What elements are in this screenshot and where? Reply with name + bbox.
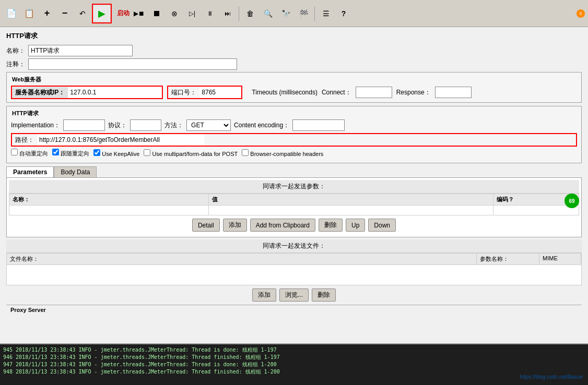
up-button[interactable]: Up	[346, 219, 365, 232]
files-header: 同请求一起发送文件：	[6, 239, 582, 253]
files-cols-header: 文件名称： 参数名称： MIME	[6, 253, 582, 264]
comment-label: 注释：	[6, 60, 25, 69]
encoding-input[interactable]	[292, 119, 345, 131]
col-value-header: 值	[208, 194, 493, 206]
step-button[interactable]: ▷|	[184, 5, 201, 22]
path-label: 路径：	[12, 135, 37, 146]
browse-button[interactable]: 浏览...	[279, 288, 309, 302]
comment-input[interactable]	[28, 58, 237, 70]
shutdown-button[interactable]: ⊗	[166, 5, 183, 22]
next-button[interactable]: ⏭	[219, 5, 236, 22]
remove-button[interactable]: −	[56, 5, 73, 22]
tabs: Parameters Body Data	[6, 166, 582, 177]
start-button[interactable]: ▶	[93, 5, 110, 22]
stop-with-gen-button[interactable]: ▶⏹	[131, 5, 147, 22]
port-input[interactable]	[199, 87, 241, 98]
binoculars-button[interactable]: 🔭	[277, 5, 294, 22]
http-request-title: HTTP请求	[11, 110, 577, 117]
tab-parameters[interactable]: Parameters	[6, 166, 54, 177]
auto-redirect-label[interactable]: 自动重定向	[11, 149, 48, 158]
files-area	[6, 264, 582, 285]
tab-content: 同请求一起发送参数： 名称： 值 编码？	[6, 177, 582, 237]
proxy-section: Proxy Server	[6, 305, 582, 315]
separator-2	[314, 6, 315, 21]
params-table: 名称： 值 编码？	[9, 194, 579, 215]
detail-button[interactable]: Detail	[192, 219, 220, 232]
browser-compat-checkbox[interactable]	[242, 149, 249, 156]
search-button[interactable]: 🔍	[260, 5, 276, 22]
separator-1	[239, 6, 239, 21]
server-ip-box: 服务器名称或IP：	[11, 86, 163, 99]
port-box: 端口号：	[167, 86, 242, 99]
web-server-title: Web服务器	[11, 76, 577, 83]
comment-row: 注释：	[6, 58, 582, 70]
badge-count: 0	[577, 9, 585, 18]
files-action-buttons: 添加 浏览... 删除	[6, 285, 582, 305]
protocol-input[interactable]	[130, 119, 161, 131]
help-button[interactable]: ?	[335, 5, 352, 22]
server-label: 服务器名称或IP：	[12, 87, 68, 98]
web-server-group: Web服务器 服务器名称或IP： 端口号： Timeouts (millisec…	[6, 72, 582, 103]
tab-body-data[interactable]: Body Data	[54, 166, 97, 177]
add-button[interactable]: +	[39, 5, 55, 22]
log-panel: 945 2018/11/13 23:38:43 INFO - jmeter.th…	[0, 343, 588, 385]
files-col-name: 文件名称：	[7, 254, 477, 264]
copy-button[interactable]: 📋	[21, 5, 38, 22]
files-col-param: 参数名称：	[477, 254, 539, 264]
panel-title: HTTP请求	[6, 31, 38, 41]
http-request-group: HTTP请求 Implementation： 协议： 方法： GET POST …	[6, 106, 582, 163]
protocol-label: 协议：	[108, 121, 127, 130]
follow-redirect-checkbox[interactable]	[52, 149, 59, 155]
start-label: 启动	[117, 9, 130, 18]
stop-button[interactable]: ⏹	[148, 5, 165, 22]
empty-row	[9, 206, 579, 215]
follow-redirect-label[interactable]: 跟随重定向	[52, 149, 89, 158]
timeouts-label: Timeouts (milliseconds)	[252, 89, 317, 96]
connect-input[interactable]	[356, 87, 392, 98]
pause-button[interactable]: ⏸	[202, 5, 218, 22]
name-label: 名称：	[6, 46, 25, 55]
server-input[interactable]	[68, 87, 162, 98]
method-label: 方法：	[164, 121, 183, 130]
log-line-1: 946 2018/11/13 23:38:43 INFO - jmeter.th…	[3, 354, 585, 361]
path-input[interactable]	[37, 134, 204, 146]
name-input[interactable]	[28, 45, 133, 56]
add-param-button[interactable]: 添加	[223, 219, 247, 232]
checkbox-row: 自动重定向 跟随重定向 Use KeepAlive Use multipart/…	[11, 149, 577, 158]
name-row: 名称：	[6, 45, 582, 56]
port-label: 端口号：	[168, 87, 199, 98]
auto-redirect-checkbox[interactable]	[11, 149, 18, 155]
browser-compat-label[interactable]: Browser-compatible headers	[242, 149, 323, 157]
down-button[interactable]: Down	[368, 219, 396, 232]
delete-param-button[interactable]: 删除	[319, 219, 343, 232]
impl-label: Implementation：	[11, 121, 60, 130]
response-input[interactable]	[435, 87, 472, 98]
files-section: 同请求一起发送文件： 文件名称： 参数名称： MIME 添加 浏览... 删除	[6, 239, 582, 305]
params-header: 同请求一起发送参数：	[9, 180, 579, 194]
files-col-mime: MIME	[539, 254, 581, 264]
green-circle: 69	[565, 194, 579, 208]
add-file-button[interactable]: 添加	[252, 288, 276, 302]
delete-file-button[interactable]: 删除	[312, 288, 336, 302]
new-button[interactable]: 📄	[3, 5, 20, 22]
clear-button[interactable]: 🗑	[242, 5, 258, 22]
reset-button[interactable]: ↶	[74, 5, 91, 22]
add-clipboard-button[interactable]: Add from Clipboard	[250, 219, 315, 232]
keep-alive-checkbox[interactable]	[93, 149, 100, 156]
multipart-label[interactable]: Use multipart/form-data for POST	[144, 149, 238, 157]
params-action-buttons: Detail 添加 Add from Clipboard 删除 Up Down	[9, 215, 579, 235]
list-button[interactable]: ☰	[317, 5, 334, 22]
log-line-0: 945 2018/11/13 23:38:43 INFO - jmeter.th…	[3, 346, 585, 354]
panel-header: HTTP请求	[6, 31, 582, 43]
params-area: 名称： 值 编码？ 69	[9, 194, 579, 215]
method-select[interactable]: GET POST PUT DELETE HEAD OPTIONS PATCH	[186, 119, 231, 131]
keep-alive-label[interactable]: Use KeepAlive	[93, 149, 139, 157]
impl-input[interactable]	[63, 119, 105, 131]
col-name-header: 名称：	[9, 194, 209, 206]
multipart-checkbox[interactable]	[144, 149, 150, 156]
proxy-title: Proxy Server	[10, 307, 46, 313]
encoding-label: Content encoding：	[234, 121, 289, 130]
response-label: Response：	[396, 88, 431, 97]
log-line-3: 948 2018/11/13 23:38:43 INFO - jmeter.th…	[3, 368, 585, 376]
flag-button[interactable]: 🏁	[295, 5, 312, 22]
